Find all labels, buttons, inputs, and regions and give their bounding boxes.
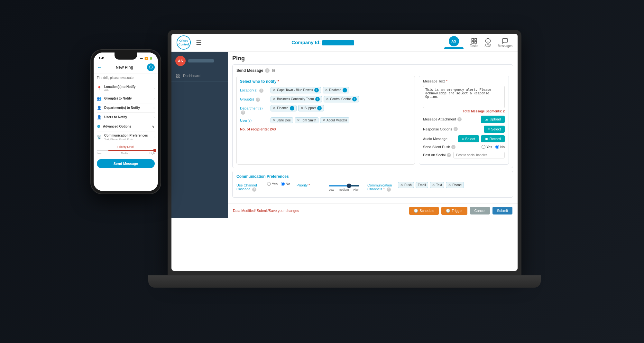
locations-info-icon[interactable]: ?	[259, 89, 263, 93]
audio-select-button[interactable]: ≡ Select	[458, 135, 479, 142]
group-tag-1-remove[interactable]: ✕	[326, 97, 329, 101]
users-row: User(s) ✕ Jane Doe	[240, 117, 411, 123]
user-avatar[interactable]: AS	[449, 36, 459, 46]
tasks-nav-item[interactable]: Tasks	[470, 38, 478, 48]
cascade-info-icon[interactable]: ?	[252, 187, 256, 192]
response-info-icon[interactable]: ?	[454, 127, 458, 131]
trigger-button[interactable]: 🕐 Trigger	[441, 207, 467, 215]
post-social-info-icon[interactable]: ?	[447, 153, 451, 157]
message-text-input[interactable]: This is an emergency alert. Please ackno…	[423, 86, 505, 108]
phone-time: 9:41	[99, 57, 105, 60]
priority-slider-container: Low Medium High	[327, 182, 361, 191]
dept-tag-1: ✕ Support +	[298, 105, 324, 111]
post-social-input[interactable]	[453, 152, 505, 158]
phone-users-item[interactable]: 👤 Users to Notify ›	[97, 113, 155, 122]
sidebar-item-dashboard[interactable]: Dashboard	[171, 70, 228, 81]
user-tag-1-remove[interactable]: ✕	[297, 118, 300, 122]
phone-groups-left: 👥 Group(s) to Notify	[97, 96, 132, 101]
upload-icon: ☁	[485, 117, 488, 121]
user-tag-2-remove[interactable]: ✕	[322, 118, 325, 122]
location-tag-0-remove[interactable]: ✕	[273, 88, 276, 92]
group-tag-0-remove[interactable]: ✕	[273, 97, 276, 101]
messages-label: Messages	[498, 44, 512, 48]
dashboard-label: Dashboard	[183, 74, 200, 78]
submit-button[interactable]: Submit	[492, 207, 512, 214]
sos-nav-item[interactable]: SOS	[484, 38, 491, 48]
messages-nav-item[interactable]: Messages	[498, 38, 512, 48]
users-label: User(s)	[240, 117, 267, 122]
sidebar: AS Dashboard	[171, 52, 228, 218]
comm-prefs-title: Communication Preferences	[236, 174, 509, 179]
response-select-button[interactable]: ≡ Select	[484, 126, 505, 133]
channels-label: Communication Channels * ?	[367, 182, 395, 192]
hamburger-menu[interactable]: ☰	[196, 39, 202, 46]
location-tag-1-expand[interactable]: +	[343, 88, 347, 92]
cascade-yes-radio[interactable]	[267, 182, 271, 186]
send-message-info-icon[interactable]: ?	[265, 68, 270, 73]
upload-button[interactable]: ☁ Upload	[481, 116, 505, 123]
message-text-row: Message Text *	[423, 79, 505, 83]
silent-info-icon[interactable]: ?	[451, 145, 455, 149]
departments-info-icon[interactable]: ?	[241, 110, 245, 115]
svg-point-6	[488, 42, 488, 42]
phone-send-button[interactable]: Send Message	[97, 159, 155, 168]
phone-location-icon: 📍	[97, 86, 102, 91]
phone-advanced-options[interactable]: ⚙ Advanced Options ∨	[97, 122, 155, 131]
user-tag-1: ✕ Tom Smith	[295, 117, 318, 123]
slider-labels: Low Medium High	[329, 188, 359, 191]
cascade-no-label[interactable]: No	[281, 182, 290, 186]
cascade-no-radio[interactable]	[281, 182, 285, 186]
required-star: *	[446, 79, 447, 83]
location-tag-0-expand[interactable]: +	[314, 88, 319, 92]
dept-tag-1-remove[interactable]: ✕	[300, 106, 303, 110]
silent-yes-label[interactable]: Yes	[482, 145, 492, 149]
users-tags: ✕ Jane Doe ✕ Tom Smith	[271, 117, 411, 123]
trigger-icon: 🕐	[446, 209, 450, 213]
schedule-button[interactable]: 🕐 Schedule	[409, 207, 439, 215]
company-id-label: Company Id:	[291, 40, 321, 45]
dept-tag-1-expand[interactable]: +	[317, 106, 322, 110]
group-tag-1-expand[interactable]: +	[352, 97, 357, 101]
phone-departments-chevron: ›	[153, 106, 155, 110]
phone-comm-prefs[interactable]: 📡 Communication Preferences Text, Phone,…	[97, 131, 155, 143]
battery-icon: 🔋	[149, 57, 153, 60]
cancel-button[interactable]: Cancel	[470, 207, 490, 214]
channel-text-remove[interactable]: ✕	[432, 183, 435, 187]
phone-locations-item[interactable]: 📍 Location(s) to Notify ALL ›	[97, 83, 155, 94]
phone-back-button[interactable]: ←	[97, 64, 102, 70]
silent-yes-radio[interactable]	[482, 145, 485, 149]
phone-departments-item[interactable]: 👤 Department(s) to Notify ›	[97, 103, 155, 113]
channels-info-icon[interactable]: ?	[387, 187, 391, 192]
phone-groups-item[interactable]: 👥 Group(s) to Notify ›	[97, 94, 155, 103]
attachment-info-icon[interactable]: ?	[457, 117, 462, 121]
silent-no-radio[interactable]	[495, 145, 499, 149]
priority-slider-thumb[interactable]	[347, 184, 351, 188]
svg-rect-3	[474, 41, 476, 43]
phone-priority-fill	[97, 150, 155, 151]
phone-locations-chevron: ›	[153, 86, 155, 91]
groups-info-icon[interactable]: ?	[256, 98, 260, 102]
phone-users-chevron: ›	[153, 115, 155, 119]
departments-label: Department(s) ?	[240, 105, 267, 115]
user-tag-0-remove[interactable]: ✕	[273, 118, 276, 122]
dept-tag-0: ✕ Finance +	[271, 105, 297, 111]
signal-icon: ▪▪▪	[140, 57, 143, 60]
dept-tag-0-expand[interactable]: +	[290, 106, 294, 110]
phone-users-icon: 👤	[97, 115, 102, 119]
phone-priority-thumb[interactable]	[153, 149, 156, 152]
channel-cascade-label: Use Channel Cascade ?	[236, 182, 264, 192]
channel-phone-remove[interactable]: ✕	[448, 183, 451, 187]
cascade-yes-label[interactable]: Yes	[267, 182, 278, 186]
phone-action-icon[interactable]	[147, 63, 155, 71]
attachment-label: Message Attachment ?	[423, 117, 462, 121]
silent-no-label[interactable]: No	[495, 145, 505, 149]
group-tag-0: ✕ Business Continuity Team +	[271, 96, 322, 102]
channel-email: Email	[416, 182, 428, 188]
audio-record-button[interactable]: ⏺ Record	[481, 135, 505, 142]
location-tag-1-remove[interactable]: ✕	[325, 88, 328, 92]
dept-tag-0-remove[interactable]: ✕	[273, 106, 276, 110]
phone-locations-sub: ALL	[104, 89, 135, 91]
channel-push-remove[interactable]: ✕	[400, 183, 403, 187]
audio-select-icon: ≡	[462, 137, 464, 141]
group-tag-0-expand[interactable]: +	[315, 97, 320, 101]
